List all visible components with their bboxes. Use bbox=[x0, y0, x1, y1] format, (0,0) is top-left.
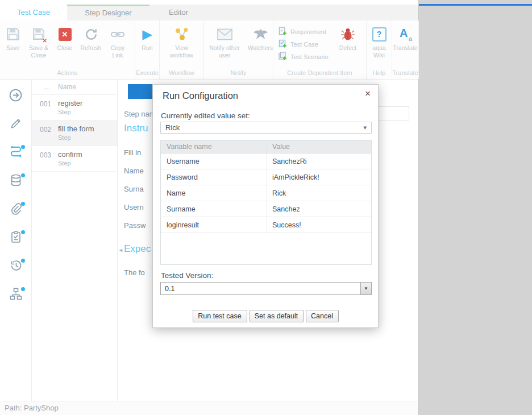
dialog-close-button[interactable]: × bbox=[365, 89, 371, 98]
set-as-default-button[interactable]: Set as default bbox=[250, 310, 304, 322]
table-row[interactable]: Surname Sanchez bbox=[161, 201, 371, 217]
ribbon: Save ✕ Save & Close ✕ Close bbox=[0, 20, 418, 80]
dialog-button-row: Run test case Set as default Cancel bbox=[153, 310, 378, 322]
translate-label: Translate bbox=[393, 44, 417, 52]
ribbon-group-help: ? aqua Wiki Help bbox=[367, 20, 392, 79]
watchers-button[interactable]: Watchers bbox=[244, 26, 276, 59]
variable-value-cell: iAmPickleRick! bbox=[267, 169, 371, 185]
instruction-text: Usern bbox=[124, 203, 144, 211]
copy-link-button[interactable]: Copy Link bbox=[106, 26, 130, 59]
chevron-down-icon: ▾ bbox=[363, 124, 367, 131]
step-number: 001 bbox=[40, 100, 51, 108]
refresh-button[interactable]: Refresh bbox=[78, 26, 104, 59]
sidebar-item-checklist[interactable] bbox=[0, 224, 31, 252]
value-set-dropdown[interactable]: Rick ▾ bbox=[160, 122, 372, 134]
create-test-scenario-button[interactable]: Test Scenario bbox=[279, 51, 334, 63]
step-name: fill the form bbox=[58, 125, 94, 133]
step-type: Step bbox=[58, 134, 71, 141]
left-icon-sidebar bbox=[0, 80, 32, 401]
watchers-icon bbox=[253, 26, 268, 43]
step-row-003[interactable]: 003 confirm Step bbox=[32, 146, 117, 172]
group-label-actions: Actions bbox=[0, 69, 135, 76]
table-row[interactable]: Password iAmPickleRick! bbox=[161, 169, 371, 185]
notify-other-user-button[interactable]: Notify other user bbox=[206, 26, 243, 59]
create-defect-label: Defect bbox=[339, 44, 356, 52]
create-test-case-label: Test Case bbox=[290, 41, 318, 48]
copy-link-label: Copy Link bbox=[106, 44, 130, 59]
run-configuration-dialog: Run Configuration × Currently edited val… bbox=[152, 84, 379, 328]
step-name: confirm bbox=[58, 150, 82, 159]
run-play-icon: ▶ bbox=[142, 26, 152, 43]
save-button[interactable]: Save bbox=[2, 26, 24, 59]
sidebar-item-history[interactable] bbox=[0, 252, 31, 281]
database-icon bbox=[9, 173, 23, 189]
tested-version-combobox[interactable]: 0.1 ▼ bbox=[160, 282, 372, 295]
create-test-case-button[interactable]: Test Case bbox=[279, 38, 334, 51]
create-requirement-button[interactable]: Requirement bbox=[279, 26, 334, 38]
create-requirement-label: Requirement bbox=[290, 28, 326, 35]
column-header-value: Value bbox=[267, 140, 371, 153]
tab-step-designer[interactable]: Step Designer bbox=[67, 5, 149, 20]
aqua-wiki-button[interactable]: ? aqua Wiki bbox=[367, 26, 392, 59]
save-and-close-label: Save & Close bbox=[26, 44, 52, 59]
collapse-left-icon[interactable]: ◄ bbox=[118, 247, 123, 253]
sidebar-item-steps[interactable] bbox=[0, 139, 31, 167]
history-icon bbox=[9, 259, 23, 275]
instruction-text: Passw bbox=[124, 221, 146, 230]
cancel-button[interactable]: Cancel bbox=[306, 310, 339, 322]
table-row[interactable]: loginresult Success! bbox=[161, 217, 371, 233]
tested-version-value: 0.1 bbox=[165, 285, 174, 293]
group-label-help: Help bbox=[367, 69, 392, 76]
close-label: Close bbox=[57, 44, 73, 52]
value-set-label: Currently edited value set: bbox=[161, 111, 250, 120]
variable-name-cell: Surname bbox=[161, 201, 267, 217]
step-name-label: Step nam bbox=[124, 110, 156, 118]
combo-dropdown-button[interactable]: ▼ bbox=[360, 283, 371, 294]
sidebar-item-attachments[interactable] bbox=[0, 196, 31, 224]
step-row-002[interactable]: 002 fill the form Step bbox=[32, 121, 117, 146]
sidebar-item-hierarchy[interactable] bbox=[0, 281, 31, 309]
variable-name-cell: Username bbox=[161, 153, 267, 169]
tab-test-case[interactable]: Test Case bbox=[0, 5, 67, 20]
group-label-execute: Execute bbox=[135, 69, 159, 76]
badge-dot bbox=[21, 259, 25, 263]
aqua-wiki-label: aqua Wiki bbox=[367, 44, 392, 59]
add-test-case-icon bbox=[279, 39, 287, 50]
instruction-text: Fill in bbox=[124, 148, 141, 157]
step-name: register bbox=[58, 99, 82, 107]
run-label: Run bbox=[142, 44, 152, 52]
column-header-variable-name: Variable name bbox=[161, 140, 267, 153]
add-test-scenario-icon bbox=[279, 52, 287, 63]
step-row-001[interactable]: 001 register Step bbox=[32, 95, 117, 121]
aqua-wiki-icon: ? bbox=[372, 26, 386, 43]
sidebar-item-data[interactable] bbox=[0, 167, 31, 196]
ribbon-group-create-dependent-item: Requirement Test Case Test bbox=[273, 20, 367, 79]
save-and-close-icon: ✕ bbox=[32, 26, 45, 43]
run-test-case-button[interactable]: Run test case bbox=[193, 310, 247, 322]
save-and-close-button[interactable]: ✕ Save & Close bbox=[26, 26, 52, 59]
refresh-icon bbox=[84, 26, 98, 43]
table-row[interactable]: Name Rick bbox=[161, 185, 371, 201]
badge-dot bbox=[21, 202, 25, 206]
translate-icon: Aa bbox=[398, 26, 413, 43]
ribbon-group-notify: Notify other user Watchers Notify bbox=[204, 20, 273, 79]
steps-list-panel: ... Name 001 register Step 002 fill the … bbox=[32, 80, 118, 401]
create-defect-button[interactable]: Defect bbox=[334, 26, 362, 63]
variable-name-cell: Password bbox=[161, 169, 267, 185]
run-button[interactable]: ▶ Run bbox=[135, 26, 160, 52]
view-workflow-button[interactable]: View workflow bbox=[165, 26, 199, 59]
close-red-icon: ✕ bbox=[59, 26, 72, 43]
group-label-notify: Notify bbox=[204, 69, 273, 76]
tab-editor[interactable]: Editor bbox=[149, 5, 207, 20]
group-label-create-dependent-item: Create Dependent Item bbox=[273, 69, 366, 76]
sidebar-item-edit[interactable] bbox=[0, 110, 31, 139]
table-row[interactable]: Username SanchezRi bbox=[161, 153, 371, 169]
badge-dot bbox=[21, 145, 25, 149]
variable-name-cell: Name bbox=[161, 185, 267, 201]
status-path: Path: PartyShop bbox=[5, 404, 59, 412]
sidebar-item-goto[interactable] bbox=[0, 82, 31, 110]
close-button[interactable]: ✕ Close bbox=[53, 26, 76, 59]
steps-list-header: ... Name bbox=[32, 80, 117, 95]
translate-button[interactable]: Aa Translate bbox=[393, 26, 418, 52]
add-requirement-icon bbox=[279, 27, 287, 38]
